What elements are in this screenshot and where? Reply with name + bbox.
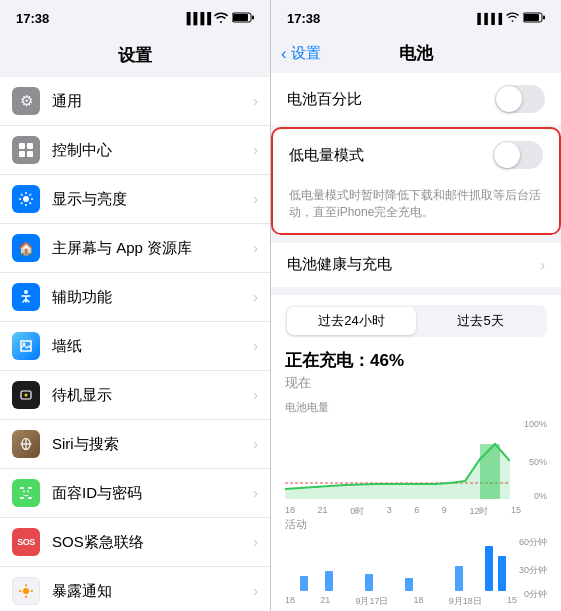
battery-status-icon	[232, 12, 254, 25]
y-label-50: 50%	[529, 457, 547, 467]
low-power-label: 低电量模式	[289, 146, 364, 165]
chevron-icon: ›	[253, 93, 258, 109]
y-label-0: 0%	[534, 491, 547, 501]
svg-rect-45	[325, 571, 333, 591]
chevron-icon: ›	[253, 387, 258, 403]
sidebar-item-siri[interactable]: Siri与搜索 ›	[0, 420, 270, 469]
y-label-100: 100%	[524, 419, 547, 429]
svg-rect-2	[252, 15, 254, 19]
low-power-toggle[interactable]	[493, 141, 543, 169]
chevron-icon: ›	[253, 534, 258, 550]
chevron-icon: ›	[253, 436, 258, 452]
health-row[interactable]: 电池健康与充电 ›	[271, 243, 561, 287]
health-label: 电池健康与充电	[287, 255, 392, 274]
sidebar-item-accessibility[interactable]: 辅助功能 ›	[0, 273, 270, 322]
svg-point-29	[23, 588, 29, 594]
svg-point-27	[23, 491, 25, 493]
control-center-icon	[12, 136, 40, 164]
chevron-icon: ›	[253, 338, 258, 354]
chevron-icon: ›	[253, 583, 258, 599]
standby-label: 待机显示	[52, 386, 253, 405]
svg-rect-44	[300, 576, 308, 591]
chart-section: 过去24小时 过去5天 正在充电：46% 现在 电池电量 100% 50% 0%	[271, 295, 561, 611]
svg-rect-3	[19, 143, 25, 149]
chevron-icon: ›	[253, 191, 258, 207]
svg-rect-25	[20, 497, 24, 499]
general-icon: ⚙	[12, 87, 40, 115]
svg-line-12	[21, 194, 23, 196]
back-button[interactable]: ‹ 设置	[281, 44, 321, 64]
accessibility-icon	[12, 283, 40, 311]
time-tabs: 过去24小时 过去5天	[285, 305, 547, 337]
battery-chart-label: 电池电量	[285, 400, 547, 415]
left-panel: 17:38 ▐▐▐▐ 设置 ⚙ 通用 › 控制中心 ›	[0, 0, 271, 611]
sidebar-item-exposure[interactable]: 暴露通知 ›	[0, 567, 270, 611]
chevron-icon: ›	[253, 485, 258, 501]
activity-x-labels: 18 21 9月17日 18 9月18日 15	[285, 595, 547, 608]
left-status-bar: 17:38 ▐▐▐▐	[0, 0, 270, 36]
battery-chart-area: 100% 50% 0% 18 21 0时	[285, 419, 547, 509]
control-center-label: 控制中心	[52, 141, 253, 160]
sidebar-item-homescreen[interactable]: 🏠 主屏幕与 App 资源库 ›	[0, 224, 270, 273]
sidebar-item-sos[interactable]: SOS SOS紧急联络 ›	[0, 518, 270, 567]
activity-y-60: 60分钟	[519, 536, 547, 549]
chevron-icon: ›	[253, 240, 258, 256]
svg-rect-46	[365, 574, 373, 591]
activity-y-30: 30分钟	[519, 564, 547, 577]
back-chevron-icon: ‹	[281, 44, 287, 64]
svg-point-7	[23, 196, 29, 202]
charging-status: 正在充电：46%	[285, 349, 547, 372]
toggle-knob	[494, 142, 520, 168]
standby-icon	[12, 381, 40, 409]
tab-24h[interactable]: 过去24小时	[287, 307, 416, 335]
battery-svg-chart	[285, 419, 510, 499]
charging-time: 现在	[285, 374, 547, 392]
back-label: 设置	[291, 44, 321, 63]
activity-chart-label: 活动	[285, 517, 547, 532]
right-status-icons: ▐▐▐▐	[474, 12, 545, 25]
svg-rect-1	[233, 14, 248, 21]
sidebar-item-display[interactable]: 显示与亮度 ›	[0, 175, 270, 224]
svg-rect-4	[27, 143, 33, 149]
accessibility-label: 辅助功能	[52, 288, 253, 307]
general-label: 通用	[52, 92, 253, 111]
sidebar-item-standby[interactable]: 待机显示 ›	[0, 371, 270, 420]
battery-percentage-toggle[interactable]	[495, 85, 545, 113]
right-status-bar: 17:38 ▐▐▐▐	[271, 0, 561, 36]
sidebar-item-faceid[interactable]: 面容ID与密码 ›	[0, 469, 270, 518]
display-icon	[12, 185, 40, 213]
svg-rect-5	[19, 151, 25, 157]
tab-5d[interactable]: 过去5天	[416, 307, 545, 335]
activity-section: 活动 60分钟 30分钟 0分钟	[285, 517, 547, 606]
sos-icon: SOS	[12, 528, 40, 556]
toggle-knob	[496, 86, 522, 112]
exposure-icon	[12, 577, 40, 605]
health-section: 电池健康与充电 ›	[271, 243, 561, 287]
svg-marker-42	[285, 444, 510, 499]
battery-percentage-row: 电池百分比	[271, 73, 561, 125]
low-power-section: 低电量模式 低电量模式时暂时降低下载和邮件抓取等后台活动，直至iPhone完全充…	[271, 127, 561, 235]
settings-group-1: ⚙ 通用 › 控制中心 › 显示与亮度 › 🏠 主屏幕与 App 资源	[0, 77, 270, 611]
svg-rect-47	[405, 578, 413, 591]
sidebar-item-general[interactable]: ⚙ 通用 ›	[0, 77, 270, 126]
right-nav: ‹ 设置 电池	[271, 36, 561, 73]
signal-bars-icon: ▐▐▐▐	[474, 13, 502, 24]
svg-line-14	[30, 194, 32, 196]
svg-rect-24	[28, 487, 32, 489]
svg-point-28	[27, 491, 29, 493]
page-title: 电池	[399, 42, 433, 65]
exposure-label: 暴露通知	[52, 582, 253, 601]
right-panel: 17:38 ▐▐▐▐ ‹ 设置 电池 电池百分比	[271, 0, 561, 611]
homescreen-icon: 🏠	[12, 234, 40, 262]
left-title: 设置	[0, 36, 270, 77]
sidebar-item-control-center[interactable]: 控制中心 ›	[0, 126, 270, 175]
wifi-icon	[214, 12, 228, 25]
sos-label: SOS紧急联络	[52, 533, 253, 552]
chevron-icon: ›	[253, 142, 258, 158]
svg-rect-43	[480, 444, 500, 499]
sidebar-item-wallpaper[interactable]: 墙纸 ›	[0, 322, 270, 371]
homescreen-label: 主屏幕与 App 资源库	[52, 239, 253, 258]
battery-percentage-section: 电池百分比	[271, 73, 561, 125]
display-label: 显示与亮度	[52, 190, 253, 209]
chart-x-labels: 18 21 0时 3 6 9 12时 15	[285, 505, 547, 518]
